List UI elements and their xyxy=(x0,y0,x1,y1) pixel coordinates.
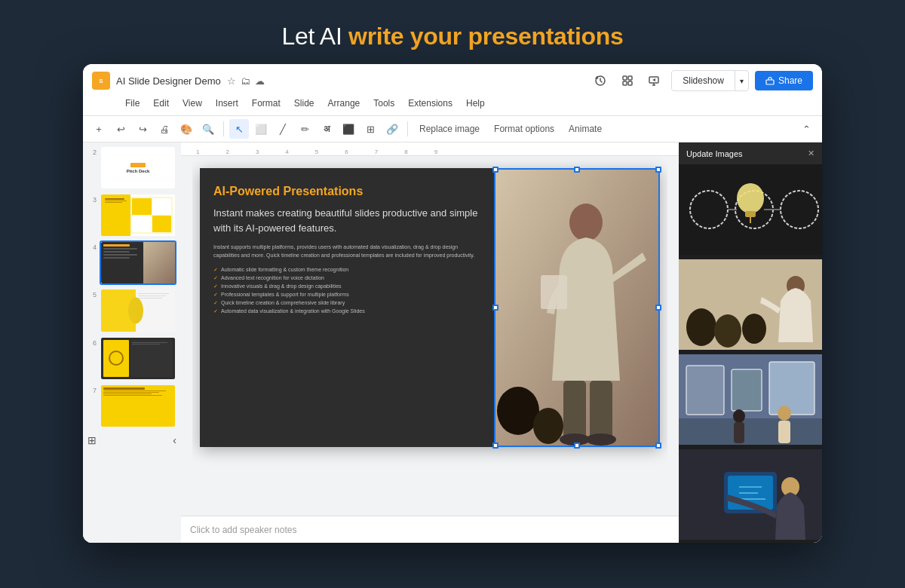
svg-rect-33 xyxy=(686,366,724,415)
add-btn[interactable]: + xyxy=(89,119,109,139)
slide-thumb-4[interactable]: 4 xyxy=(87,240,176,285)
toolbar: + ↩ ↪ 🖨 🎨 🔍 ↖ ⬜ ╱ ✏ अ ⬛ ⊞ 🔗 Replace imag… xyxy=(83,115,822,142)
svg-rect-6 xyxy=(628,81,632,85)
panel-image-2[interactable] xyxy=(679,259,822,353)
svg-rect-12 xyxy=(590,381,612,441)
menu-arrange[interactable]: Arrange xyxy=(322,96,367,111)
speaker-notes[interactable]: Click to add speaker notes xyxy=(181,516,679,543)
undo-btn[interactable]: ↩ xyxy=(111,119,130,139)
right-panel-title: Update Images xyxy=(686,149,743,158)
paint-format-btn[interactable]: 🎨 xyxy=(176,119,196,139)
animate-btn[interactable]: Animate xyxy=(563,121,608,136)
hero-section: Let AI write your presentations xyxy=(281,23,623,51)
slide-panel: 2 Pitch Deck 3 xyxy=(83,142,181,543)
svg-point-30 xyxy=(714,314,741,348)
svg-rect-38 xyxy=(734,422,744,443)
present-icon[interactable] xyxy=(644,70,665,91)
menu-slide[interactable]: Slide xyxy=(288,96,321,111)
slide-body-text: Instant supports multiple platforms, pro… xyxy=(213,243,480,259)
svg-point-31 xyxy=(742,314,766,344)
menu-extensions[interactable]: Extensions xyxy=(402,96,459,111)
hero-title: Let AI write your presentations xyxy=(281,23,623,51)
cloud-icon[interactable]: ☁ xyxy=(255,75,265,87)
slide-canvas[interactable]: AI-Powered Presentations Instant makes c… xyxy=(200,168,660,447)
panel-image-4[interactable] xyxy=(679,449,822,543)
svg-rect-5 xyxy=(623,81,627,85)
history-icon[interactable] xyxy=(590,70,611,91)
menu-tools[interactable]: Tools xyxy=(367,96,400,111)
right-panel-header: Update Images ✕ xyxy=(679,142,822,164)
collapse-panel-btn[interactable]: ‹ xyxy=(173,434,176,446)
slide-thumb-3[interactable]: 3 xyxy=(87,193,176,237)
slide-title-text: AI-Powered Presentations xyxy=(213,185,480,198)
svg-rect-35 xyxy=(769,362,814,415)
svg-rect-36 xyxy=(679,418,822,445)
grid-view-btn[interactable]: ⊞ xyxy=(87,434,97,446)
redo-btn[interactable]: ↪ xyxy=(133,119,152,139)
star-icon[interactable]: ☆ xyxy=(227,75,236,87)
replace-image-btn[interactable]: Replace image xyxy=(413,121,486,136)
svg-rect-34 xyxy=(732,369,762,411)
svg-point-10 xyxy=(569,204,603,241)
panel-image-3[interactable] xyxy=(679,354,822,448)
right-panel: Update Images ✕ xyxy=(679,142,822,543)
svg-rect-23 xyxy=(745,211,756,217)
panel-image-1[interactable] xyxy=(679,164,822,258)
table-btn[interactable]: ⊞ xyxy=(360,119,380,139)
slideshow-btn-group: Slideshow ▾ xyxy=(671,70,749,91)
slide-right-image[interactable] xyxy=(494,168,660,447)
hero-title-highlight: write your presentations xyxy=(348,23,623,50)
slideshow-button[interactable]: Slideshow xyxy=(672,72,735,90)
slide-left-content: AI-Powered Presentations Instant makes c… xyxy=(200,168,494,447)
menu-insert[interactable]: Insert xyxy=(210,96,244,111)
title-bar: S AI Slide Designer Demo ☆ 🗂 ☁ xyxy=(83,64,822,115)
shapes-btn[interactable]: ⬜ xyxy=(251,119,271,139)
format-options-btn[interactable]: Format options xyxy=(488,121,560,136)
right-panel-close[interactable]: ✕ xyxy=(808,149,814,158)
panel-bottom: ⊞ ‹ xyxy=(87,434,176,446)
zoom-btn[interactable]: 🔍 xyxy=(198,119,218,139)
svg-point-39 xyxy=(778,406,791,421)
menu-file[interactable]: File xyxy=(119,96,146,111)
right-panel-images xyxy=(679,164,822,543)
slideshow-dropdown-btn[interactable]: ▾ xyxy=(735,73,748,89)
share-label: Share xyxy=(778,75,802,86)
slide-thumb-2[interactable]: 2 Pitch Deck xyxy=(87,145,176,190)
text-btn[interactable]: अ xyxy=(317,119,336,139)
slide-thumb-6[interactable]: 6 xyxy=(87,336,176,381)
slide-thumb-7[interactable]: 7 xyxy=(87,384,176,428)
slide-thumb-5[interactable]: 5 xyxy=(87,288,176,332)
app-icon: S xyxy=(92,72,110,90)
menu-view[interactable]: View xyxy=(176,96,208,111)
link-btn[interactable]: 🔗 xyxy=(382,119,402,139)
print-btn[interactable]: 🖨 xyxy=(155,119,174,139)
main-content: 2 Pitch Deck 3 xyxy=(83,142,822,543)
svg-rect-8 xyxy=(766,80,774,84)
pen-btn[interactable]: ✏ xyxy=(295,119,314,139)
hero-title-prefix: Let AI xyxy=(281,23,348,50)
menu-help[interactable]: Help xyxy=(460,96,491,111)
folder-icon[interactable]: 🗂 xyxy=(241,75,250,87)
svg-rect-4 xyxy=(628,76,632,80)
svg-rect-40 xyxy=(778,421,790,443)
menu-edit[interactable]: Edit xyxy=(147,96,175,111)
svg-point-37 xyxy=(733,409,745,423)
svg-rect-17 xyxy=(541,275,567,309)
speaker-notes-placeholder: Click to add speaker notes xyxy=(190,525,296,535)
svg-point-16 xyxy=(533,408,563,444)
bg-btn[interactable]: ⬛ xyxy=(339,119,358,139)
cursor-btn[interactable]: ↖ xyxy=(229,119,249,139)
slide-canvas-wrapper: AI-Powered Presentations Instant makes c… xyxy=(192,156,667,516)
menu-format[interactable]: Format xyxy=(246,96,287,111)
grid-view-icon[interactable] xyxy=(617,70,638,91)
menu-bar: File Edit View Insert Format Slide Arran… xyxy=(92,94,813,115)
slide-subtitle-text: Instant makes creating beautiful slides … xyxy=(213,206,480,235)
expand-btn[interactable]: ⌃ xyxy=(796,119,816,139)
share-button[interactable]: Share xyxy=(755,71,813,90)
app-title: AI Slide Designer Demo xyxy=(116,75,221,87)
svg-rect-11 xyxy=(563,381,586,441)
canvas-area: 1 2 3 4 5 6 7 8 9 AI-Powered Presentatio… xyxy=(181,142,679,543)
svg-text:S: S xyxy=(99,78,103,84)
line-btn[interactable]: ╱ xyxy=(273,119,293,139)
svg-point-15 xyxy=(497,387,539,435)
